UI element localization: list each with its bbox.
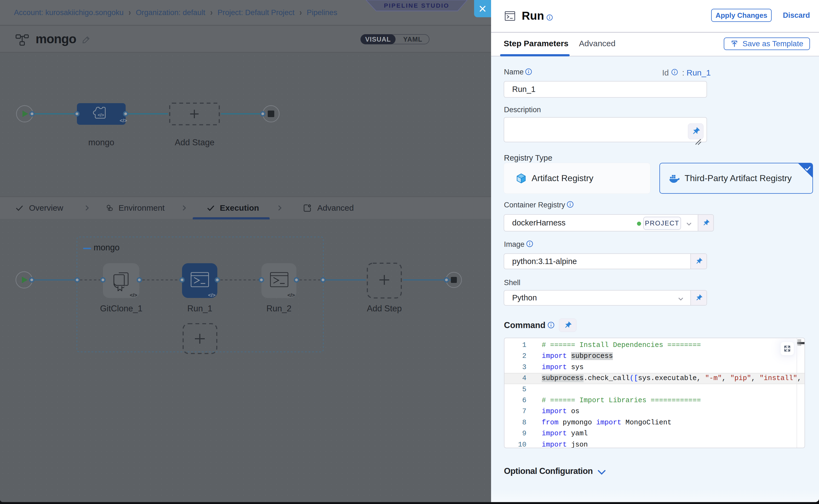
svg-text:</>: </> [287, 292, 295, 298]
svg-text:</>: </> [208, 292, 215, 298]
svg-text:</>: </> [120, 118, 127, 123]
svg-text:</>: </> [98, 113, 104, 117]
svg-text:</>: </> [130, 292, 137, 298]
